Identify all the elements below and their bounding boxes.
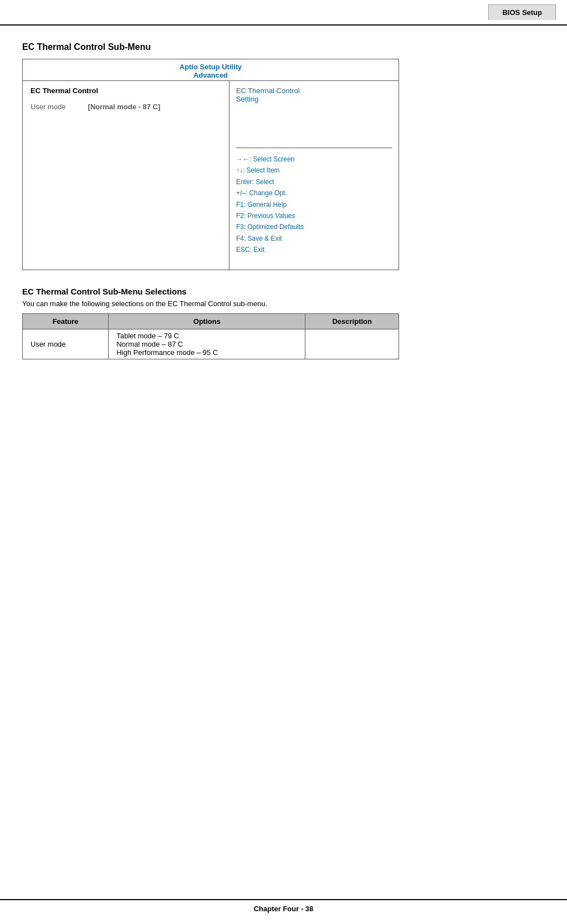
key-hint-item: ESC: Exit	[236, 244, 392, 255]
footer: Chapter Four - 38	[0, 899, 567, 913]
key-hint-item: F1: General Help	[236, 199, 392, 210]
section2-title: EC Thermal Control Sub-Menu Selections	[22, 287, 545, 296]
selections-table: Feature Options Description User modeTab…	[22, 313, 399, 359]
bios-setup-tab: BIOS Setup	[488, 4, 556, 20]
option-item: Tablet mode – 79 C	[116, 332, 297, 340]
help-text-line2: Setting	[236, 95, 392, 103]
aptio-title: Aptio Setup Utility	[25, 63, 396, 71]
option-item: High Performance mode – 95 C	[116, 348, 297, 357]
table-row: User modeTablet mode – 79 CNormal mode –…	[23, 329, 399, 359]
options-cell: Tablet mode – 79 CNormal mode – 87 CHigh…	[109, 329, 305, 359]
key-hint-item: →←: Select Screen	[236, 154, 392, 165]
col-options: Options	[109, 314, 305, 329]
help-text: EC Thermal Control Setting	[236, 87, 392, 148]
option-item: Normal mode – 87 C	[116, 340, 297, 348]
advanced-label: Advanced	[25, 71, 396, 79]
feature-cell: User mode	[23, 329, 109, 359]
key-hint-item: Enter: Select	[236, 176, 392, 187]
key-hint-item: F3: Optimized Defaults	[236, 221, 392, 232]
table-header-row: Feature Options Description	[23, 314, 399, 329]
description-cell	[305, 329, 399, 359]
bios-right-panel: EC Thermal Control Setting →←: Select Sc…	[229, 81, 399, 270]
key-hint-item: F4: Save & Exit	[236, 233, 392, 244]
bios-left-panel: EC Thermal Control User mode [Normal mod…	[23, 81, 229, 270]
bios-body: EC Thermal Control User mode [Normal mod…	[23, 81, 399, 270]
user-mode-label: User mode	[30, 103, 66, 111]
footer-label: Chapter Four - 38	[254, 905, 314, 913]
ec-thermal-control-item: EC Thermal Control	[30, 87, 221, 95]
key-hint-item: +/–: Change Opt.	[236, 187, 392, 199]
key-hints-area: →←: Select Screen↑↓: Select ItemEnter: S…	[236, 154, 392, 256]
page-header: BIOS Setup	[0, 0, 567, 26]
selections-desc: You can make the following selections on…	[22, 299, 545, 308]
main-content: EC Thermal Control Sub-Menu Aptio Setup …	[0, 26, 567, 376]
user-mode-row: User mode [Normal mode - 87 C]	[30, 103, 221, 111]
bios-screen: Aptio Setup Utility Advanced EC Thermal …	[22, 59, 399, 270]
key-hint-item: F2: Previous Values	[236, 210, 392, 221]
user-mode-value: [Normal mode - 87 C]	[88, 103, 161, 111]
section1-title: EC Thermal Control Sub-Menu	[22, 42, 545, 52]
col-feature: Feature	[23, 314, 109, 329]
help-text-line1: EC Thermal Control	[236, 87, 392, 95]
col-description: Description	[305, 314, 399, 329]
key-hint-item: ↑↓: Select Item	[236, 165, 392, 176]
bios-header: Aptio Setup Utility Advanced	[23, 59, 399, 81]
